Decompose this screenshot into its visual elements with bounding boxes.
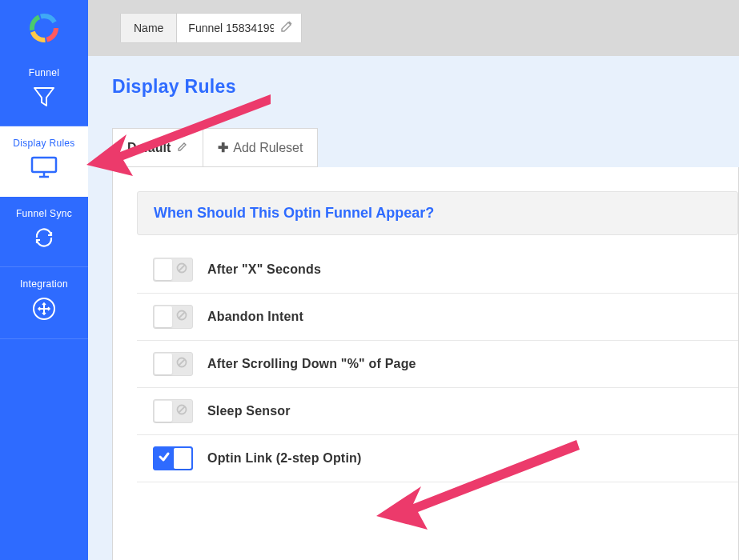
toggle-abandon[interactable] (153, 305, 193, 329)
disabled-icon (176, 262, 187, 277)
rule-label: After Scrolling Down "%" of Page (207, 357, 416, 371)
topbar: Name (88, 0, 739, 56)
svg-line-9 (179, 265, 185, 271)
check-icon (158, 450, 171, 466)
rule-row-optin-link: Optin Link (2-step Optin) (137, 435, 738, 482)
sidebar-item-integration[interactable]: Integration (0, 267, 88, 339)
toggle-scroll[interactable] (153, 352, 193, 376)
monitor-icon (30, 155, 58, 182)
disabled-icon (176, 357, 187, 371)
toggle-seconds[interactable] (153, 258, 193, 282)
integration-icon (31, 296, 57, 324)
sidebar-item-label: Integration (0, 278, 88, 290)
ruleset-panel: When Should This Optin Funnel Appear? Af… (112, 167, 739, 560)
svg-rect-4 (32, 158, 56, 172)
sidebar-item-funnel-sync[interactable]: Funnel Sync (0, 197, 88, 267)
sync-icon (32, 226, 56, 252)
disabled-icon (176, 310, 187, 324)
rule-label: Optin Link (2-step Optin) (207, 451, 362, 466)
svg-line-15 (179, 406, 185, 413)
plus-icon: ✚ (218, 140, 228, 155)
toggle-sleep[interactable] (153, 399, 193, 423)
rule-row-sleep: Sleep Sensor (137, 388, 738, 435)
rule-label: Abandon Intent (207, 310, 303, 324)
logo (0, 0, 88, 56)
svg-line-13 (179, 359, 185, 366)
name-label: Name (121, 14, 177, 42)
page-title: Display Rules (112, 76, 739, 98)
sidebar-item-display-rules[interactable]: Display Rules (0, 126, 88, 197)
tab-default[interactable]: Default (112, 128, 203, 167)
toggle-optin-link[interactable] (153, 446, 193, 470)
name-field-group: Name (120, 13, 302, 43)
funnel-icon (32, 85, 56, 111)
rule-label: Sleep Sensor (207, 404, 291, 418)
rule-row-seconds: After "X" Seconds (137, 246, 738, 294)
sidebar-item-label: Funnel Sync (0, 208, 88, 219)
logo-icon (28, 12, 60, 44)
tab-label: Default (127, 141, 171, 155)
sidebar: Funnel Display Rules Funnel Sync Integra… (0, 0, 88, 560)
section-heading: When Should This Optin Funnel Appear? (137, 191, 738, 235)
tab-add-ruleset[interactable]: ✚ Add Ruleset (203, 128, 318, 167)
tab-row: Default ✚ Add Ruleset (112, 128, 739, 167)
edit-icon[interactable] (280, 20, 293, 36)
content: Display Rules Default ✚ Add Ruleset When… (88, 56, 739, 560)
rule-row-abandon: Abandon Intent (137, 294, 738, 341)
sidebar-item-funnel[interactable]: Funnel (0, 56, 88, 126)
tab-add-label: Add Ruleset (233, 141, 303, 155)
svg-line-11 (179, 312, 185, 318)
sidebar-item-label: Funnel (0, 67, 88, 78)
rule-row-scroll: After Scrolling Down "%" of Page (137, 341, 738, 388)
sidebar-item-label: Display Rules (0, 138, 88, 149)
pencil-icon[interactable] (177, 141, 188, 155)
disabled-icon (176, 404, 187, 418)
rule-label: After "X" Seconds (207, 262, 321, 277)
